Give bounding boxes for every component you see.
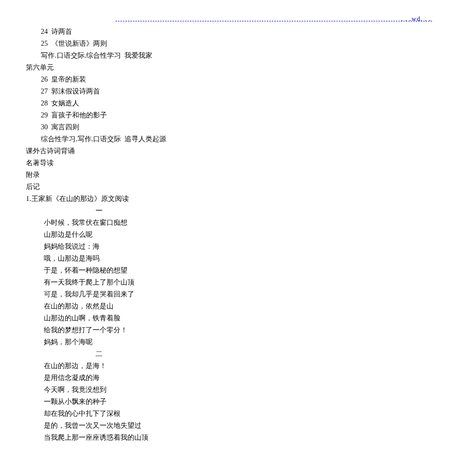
poem-line: 山那边是什么呢 <box>26 229 432 241</box>
poem-line: 妈妈，那个海呢 <box>26 336 432 348</box>
header-divider <box>115 21 432 21</box>
poem-line: 妈妈给我说过：海 <box>26 241 432 253</box>
poem-section-2: 二 <box>26 348 432 360</box>
toc-extra3: 附录 <box>26 169 432 181</box>
toc-item-27: 27 郭沫假设诗两首 <box>26 86 432 97</box>
poem-line: 哦，山那边是海吗 <box>26 253 432 265</box>
article-title: 1.王家新《在山的那边》原文阅读 <box>26 193 432 205</box>
poem-line: 却在我的心中扎下了深根 <box>26 408 432 420</box>
poem-line: 在山的那边，依然是山 <box>26 300 432 312</box>
header-marker: . . .wd. . . <box>401 15 431 23</box>
poem-line: 当我爬上那一座座诱惑着我的山顶 <box>26 432 432 444</box>
toc-item-29: 29 盲孩子和他的影子 <box>26 109 432 121</box>
poem-line: 在山的那边，是海！ <box>26 360 432 372</box>
toc-extra4: 后记 <box>26 181 432 193</box>
poem-line: 有一天我终于爬上了那个山顶 <box>26 277 432 288</box>
poem-line: 是的，我曾一次又一次地失望过 <box>26 420 432 432</box>
toc-extra1: 课外古诗词背诵 <box>26 145 432 157</box>
poem-line: 今天啊，我竟没想到 <box>26 384 432 396</box>
poem-line: 给我的梦想打了一个零分！ <box>26 324 432 336</box>
toc-item-25: 25 《世说新语》两则 <box>26 38 432 50</box>
poem-line: 小时候，我常伏在窗口痴想 <box>26 217 432 229</box>
poem-line: 山那边的山啊，铁青着脸 <box>26 312 432 324</box>
toc-item-26: 26 皇帝的新装 <box>26 74 432 86</box>
poem-line: 一颗从小飘来的种子 <box>26 396 432 408</box>
toc-unit6: 第六单元 <box>26 62 432 74</box>
poem-section-1: 一 <box>26 205 432 217</box>
toc-item-writing2: 综合性学习.写作.口语交际 追寻人类起源 <box>26 133 432 145</box>
toc-item-28: 28 女娲造人 <box>26 97 432 109</box>
document-content: 24 诗两首 25 《世说新语》两则 写作.口语交际.综合性学习 我爱我家 第六… <box>26 26 432 444</box>
toc-extra2: 名著导读 <box>26 157 432 169</box>
poem-line: 是用信念凝成的海 <box>26 372 432 384</box>
poem-line: 可是，我却几乎是哭着回来了 <box>26 288 432 300</box>
toc-item-24: 24 诗两首 <box>26 26 432 38</box>
toc-item-30: 30 寓言四则 <box>26 121 432 133</box>
toc-item-writing1: 写作.口语交际.综合性学习 我爱我家 <box>26 50 432 62</box>
poem-line: 于是，怀着一种隐秘的想望 <box>26 265 432 277</box>
